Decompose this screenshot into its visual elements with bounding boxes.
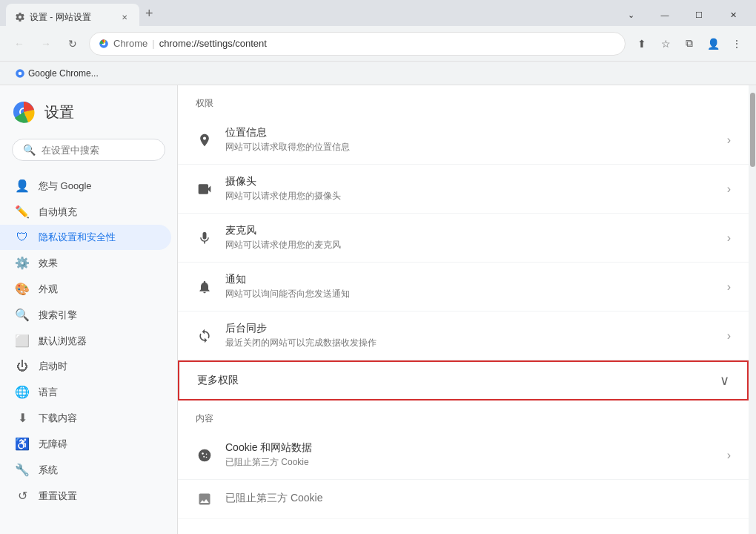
expand-icon: ∨ (720, 372, 729, 389)
svg-point-3 (19, 71, 22, 75)
search-box[interactable]: 🔍 (12, 139, 165, 161)
content-item-images[interactable]: 已阻止第三方 Cookie (178, 480, 749, 519)
search-input[interactable] (42, 145, 154, 156)
content-area: 权限 位置信息 网站可以请求取得您的位置信息 › 摄像头 网站可以请求使用您的摄… (178, 85, 749, 534)
sidebar-item-effects[interactable]: ⚙️ 效果 (0, 250, 171, 276)
tab-search-button[interactable]: ⧉ (679, 33, 700, 54)
permission-notifications-text: 通知 网站可以询问能否向您发送通知 (225, 273, 715, 300)
permission-location-text: 位置信息 网站可以请求取得您的位置信息 (225, 126, 715, 154)
effects-icon: ⚙️ (15, 256, 30, 270)
back-button[interactable]: ← (9, 33, 30, 54)
sidebar-item-google[interactable]: 👤 您与 Google (0, 173, 171, 199)
chevron-right-icon3: › (727, 231, 731, 245)
sidebar-item-reset-label: 重置设置 (39, 490, 77, 503)
svg-point-7 (199, 449, 211, 461)
share-button[interactable]: ⬆ (631, 33, 652, 54)
microphone-icon (196, 229, 213, 247)
sidebar-item-appearance[interactable]: 🎨 外观 (0, 276, 171, 302)
permission-notifications[interactable]: 通知 网站可以询问能否向您发送通知 › (178, 263, 749, 312)
permission-notifications-title: 通知 (225, 273, 715, 286)
sidebar-item-accessibility[interactable]: ♿ 无障碍 (0, 431, 171, 457)
profile-button[interactable]: 👤 (703, 33, 723, 54)
accessibility-icon: ♿ (15, 437, 30, 451)
sidebar-item-language[interactable]: 🌐 语言 (0, 379, 171, 405)
permission-location[interactable]: 位置信息 网站可以请求取得您的位置信息 › (178, 116, 749, 165)
globe-icon: 🌐 (15, 385, 30, 399)
cookie-item-text: Cookie 和网站数据 已阻止第三方 Cookie (225, 441, 715, 469)
sidebar-item-search[interactable]: 🔍 搜索引擎 (0, 302, 171, 328)
sidebar-item-system-label: 系统 (39, 464, 58, 477)
sidebar-item-default-browser[interactable]: ⬜ 默认浏览器 (0, 328, 171, 354)
address-bar[interactable]: Chrome | chrome://settings/content (89, 32, 626, 56)
content-item-cookies[interactable]: Cookie 和网站数据 已阻止第三方 Cookie › (178, 431, 749, 480)
content-section-label: 内容 (178, 400, 749, 431)
bookmark-label: Google Chrome... (28, 68, 99, 79)
sidebar-item-language-label: 语言 (39, 386, 58, 399)
tab-favicon-icon (15, 12, 25, 22)
address-site-name: Chrome (113, 38, 147, 49)
browser-icon: ⬜ (15, 334, 30, 348)
sidebar-item-search-label: 搜索引擎 (39, 309, 77, 322)
permission-background-sync[interactable]: 后台同步 最近关闭的网站可以完成数据收发操作 › (178, 312, 749, 360)
sidebar-item-downloads[interactable]: ⬇ 下载内容 (0, 405, 171, 431)
sidebar-item-reset[interactable]: ↺ 重置设置 (0, 483, 171, 509)
address-divider: | (152, 38, 154, 49)
new-tab-button[interactable]: + (139, 3, 159, 24)
bookmark-item-google-chrome[interactable]: Google Chrome... (9, 67, 105, 80)
maximize-button[interactable]: ☐ (682, 7, 716, 23)
bookmark-button[interactable]: ☆ (655, 33, 676, 54)
chevron-right-icon6: › (727, 449, 731, 462)
window-controls: ⌄ — ☐ ✕ (614, 7, 750, 23)
search-icon: 🔍 (23, 144, 36, 156)
menu-button[interactable]: ⋮ (726, 33, 747, 54)
sidebar-navigation: 👤 您与 Google ✏️ 自动填充 🛡 隐私设置和安全性 ⚙️ 效果 🎨 外… (0, 167, 177, 515)
sidebar-item-startup[interactable]: ⏻ 启动时 (0, 354, 171, 379)
location-icon (196, 131, 213, 149)
svg-point-11 (206, 456, 208, 458)
tab-label: 设置 - 网站设置 (30, 11, 91, 24)
right-scrollbar[interactable] (749, 85, 756, 534)
reset-icon: ↺ (15, 489, 30, 503)
main-layout: 设置 🔍 👤 您与 Google ✏️ 自动填充 🛡 隐私设置和安全性 ⚙️ 效… (0, 85, 756, 534)
download-icon: ⬇ (15, 411, 30, 425)
forward-button[interactable]: → (36, 33, 56, 54)
active-tab[interactable]: 设置 - 网站设置 ✕ (6, 4, 139, 26)
chevron-right-icon5: › (727, 329, 731, 343)
wrench-icon: 🔧 (15, 463, 30, 477)
scrollbar-thumb[interactable] (750, 93, 755, 167)
permission-camera-text: 摄像头 网站可以请求使用您的摄像头 (225, 175, 715, 202)
sidebar-item-downloads-label: 下载内容 (39, 412, 77, 425)
search-nav-icon: 🔍 (15, 308, 30, 322)
sidebar-item-autofill[interactable]: ✏️ 自动填充 (0, 199, 171, 225)
site-security-icon (99, 39, 109, 49)
permission-microphone[interactable]: 麦克风 网站可以请求使用您的麦克风 › (178, 214, 749, 263)
sidebar-item-autofill-label: 自动填充 (39, 205, 77, 219)
settings-header: 设置 (0, 85, 177, 133)
shield-icon: 🛡 (15, 231, 30, 244)
chrome-logo-icon (12, 100, 36, 124)
permission-notifications-desc: 网站可以询问能否向您发送通知 (225, 288, 715, 300)
sidebar-item-privacy-label: 隐私设置和安全性 (39, 231, 116, 244)
minimize-button[interactable]: ⌄ (614, 7, 648, 23)
sidebar-item-system[interactable]: 🔧 系统 (0, 457, 171, 483)
permission-location-desc: 网站可以请求取得您的位置信息 (225, 141, 715, 154)
refresh-button[interactable]: ↻ (62, 33, 83, 54)
sidebar: 设置 🔍 👤 您与 Google ✏️ 自动填充 🛡 隐私设置和安全性 ⚙️ 效… (0, 85, 178, 534)
sidebar-item-effects-label: 效果 (39, 257, 58, 270)
minimize-button2[interactable]: — (648, 7, 682, 23)
titlebar: 设置 - 网站设置 ✕ + ⌄ — ☐ ✕ (0, 0, 756, 26)
more-permissions-item[interactable]: 更多权限 ∨ (178, 360, 749, 400)
sidebar-item-privacy[interactable]: 🛡 隐私设置和安全性 (0, 225, 171, 250)
autofill-icon: ✏️ (15, 205, 30, 219)
permission-camera[interactable]: 摄像头 网站可以请求使用您的摄像头 › (178, 165, 749, 214)
close-button[interactable]: ✕ (716, 7, 750, 23)
svg-point-9 (206, 453, 208, 455)
chevron-right-icon: › (727, 134, 731, 147)
sidebar-item-browser-label: 默认浏览器 (39, 334, 87, 348)
cookie-item-title: Cookie 和网站数据 (225, 441, 715, 455)
sidebar-item-google-label: 您与 Google (39, 179, 92, 193)
more-permissions-label: 更多权限 (197, 374, 239, 387)
toolbar-right: ⬆ ☆ ⧉ 👤 ⋮ (631, 33, 747, 54)
tab-close-button[interactable]: ✕ (119, 11, 130, 23)
permissions-section-label: 权限 (178, 85, 749, 116)
